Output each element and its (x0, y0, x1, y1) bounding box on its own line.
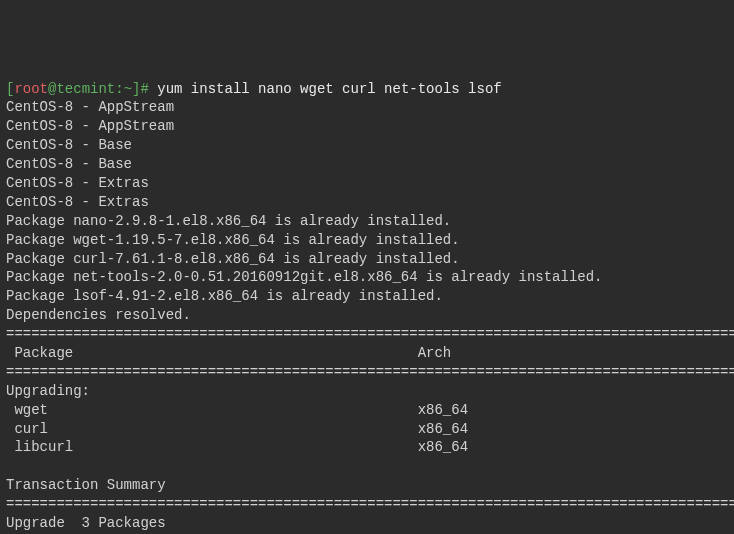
repo-line: CentOS-8 - Base (6, 137, 132, 153)
upgrade-count: Upgrade 3 Packages (6, 515, 166, 531)
installed-line: Package net-tools-2.0-0.51.20160912git.e… (6, 269, 603, 285)
divider: ========================================… (6, 496, 734, 512)
divider: ========================================… (6, 364, 734, 380)
upgrading-label: Upgrading: (6, 383, 90, 399)
prompt-colon: : (115, 81, 123, 97)
repo-line: CentOS-8 - AppStream (6, 118, 174, 134)
repo-line: CentOS-8 - Base (6, 156, 132, 172)
repo-line: CentOS-8 - AppStream (6, 99, 174, 115)
installed-line: Package lsof-4.91-2.el8.x86_64 is alread… (6, 288, 443, 304)
upgrade-row: wget x86_64 (6, 402, 468, 418)
table-header: Package Arch (6, 345, 451, 361)
upgrade-row: curl x86_64 (6, 421, 468, 437)
prompt-hash: # (140, 81, 157, 97)
command-text: yum install nano wget curl net-tools lso… (157, 81, 501, 97)
repo-line: CentOS-8 - Extras (6, 175, 149, 191)
prompt-host: tecmint (56, 81, 115, 97)
prompt-path: ~ (124, 81, 132, 97)
divider: ========================================… (6, 326, 734, 342)
installed-line: Package wget-1.19.5-7.el8.x86_64 is alre… (6, 232, 460, 248)
deps-resolved: Dependencies resolved. (6, 307, 191, 323)
prompt-line: [root@tecmint:~]# yum install nano wget … (6, 81, 502, 97)
installed-line: Package curl-7.61.1-8.el8.x86_64 is alre… (6, 251, 460, 267)
terminal[interactable]: [root@tecmint:~]# yum install nano wget … (6, 80, 728, 534)
transaction-summary: Transaction Summary (6, 477, 166, 493)
prompt-user: root (14, 81, 48, 97)
installed-line: Package nano-2.9.8-1.el8.x86_64 is alrea… (6, 213, 451, 229)
upgrade-row: libcurl x86_64 (6, 439, 468, 455)
repo-line: CentOS-8 - Extras (6, 194, 149, 210)
